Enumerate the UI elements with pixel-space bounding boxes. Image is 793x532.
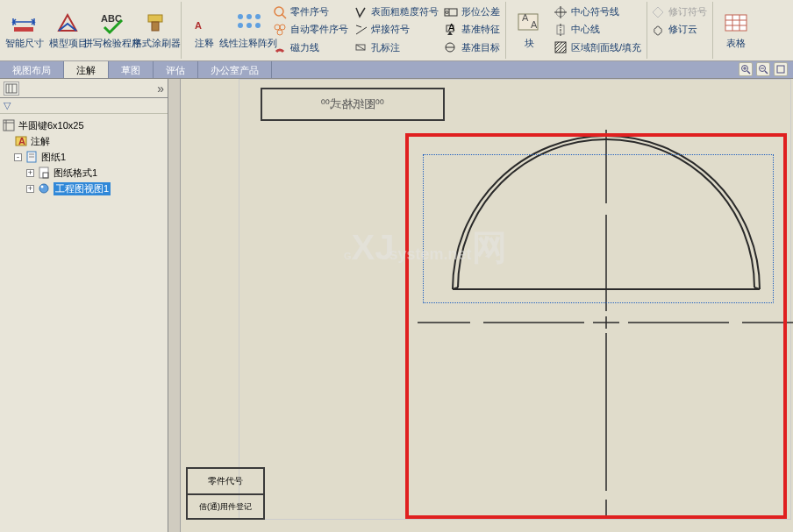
ribbon-group-rev: 修订符号 修订云 — bbox=[649, 2, 713, 59]
tree-collapse-icon[interactable]: » bbox=[157, 82, 164, 96]
zoom-out-icon[interactable] bbox=[756, 62, 770, 76]
ribbon-minicol-4: 中心符号线 中心线 区域剖面线/填充 bbox=[552, 2, 643, 56]
format-painter-button[interactable]: 格式涂刷器 bbox=[135, 2, 177, 56]
magnetic-line-icon bbox=[273, 40, 287, 54]
ribbon-group-block: AA 块 中心符号线 中心线 区域剖面线/填充 bbox=[508, 2, 647, 59]
main-area: » ▽ 半圆键6x10x25 A 注解 - 图纸1 + 图纸格式1 bbox=[0, 79, 793, 532]
ribbon-minicol-5: 修订符号 修订云 — bbox=[649, 2, 709, 56]
sheet-icon bbox=[25, 150, 39, 164]
tab-sketch[interactable]: 草图 bbox=[109, 61, 154, 78]
feature-tree-panel: » ▽ 半圆键6x10x25 A 注解 - 图纸1 + 图纸格式1 bbox=[0, 79, 168, 532]
magnetic-line-button[interactable]: 磁力线 bbox=[271, 39, 350, 56]
balloon-button[interactable]: 零件序号 bbox=[271, 4, 350, 20]
auto-balloon-button[interactable]: 自动零件序号 bbox=[271, 21, 350, 38]
geo-tol-button[interactable]: 形位公差 bbox=[442, 4, 502, 20]
tab-evaluate[interactable]: 评估 bbox=[154, 61, 198, 78]
svg-line-46 bbox=[765, 71, 768, 74]
tab-view-layout[interactable]: 视图布局 bbox=[0, 61, 64, 78]
drawing-view-icon bbox=[37, 181, 51, 195]
svg-point-5 bbox=[238, 14, 243, 19]
auto-balloon-icon bbox=[273, 23, 287, 37]
svg-point-9 bbox=[246, 23, 252, 28]
tree-node-drawing-view[interactable]: + 工程图视图1 bbox=[2, 181, 166, 196]
block-icon: AA bbox=[514, 10, 544, 36]
svg-point-8 bbox=[238, 23, 243, 28]
svg-rect-19 bbox=[445, 9, 457, 16]
ribbon-minicol-3: 形位公差 A基准特征 基准目标 bbox=[442, 2, 502, 56]
tree-config-icon[interactable] bbox=[4, 82, 19, 96]
revision-symbol-button: 修订符号 bbox=[649, 4, 709, 20]
spell-check-button[interactable]: ABC 拼写检验程序 bbox=[91, 2, 133, 56]
drawing-canvas[interactable]: ⁰⁰图纸格式⁰⁰ bbox=[168, 79, 793, 532]
svg-point-13 bbox=[275, 25, 280, 30]
svg-rect-3 bbox=[152, 22, 159, 31]
vertical-scrollbar[interactable] bbox=[168, 79, 181, 532]
tree-node-sheet-format[interactable]: + 图纸格式1 bbox=[2, 165, 166, 181]
svg-point-21 bbox=[446, 11, 448, 13]
expand-icon[interactable]: + bbox=[26, 185, 34, 193]
datum-target-button[interactable]: 基准目标 bbox=[442, 39, 502, 56]
center-mark-icon bbox=[554, 5, 568, 19]
smart-dimension-button[interactable]: 智能尺寸 bbox=[4, 2, 46, 56]
surface-finish-icon bbox=[354, 5, 368, 19]
svg-point-7 bbox=[255, 14, 261, 19]
svg-point-10 bbox=[255, 23, 261, 28]
tree-filter-row[interactable]: ▽ bbox=[0, 98, 168, 114]
command-tabs: 视图布局 注解 草图 评估 办公室产品 bbox=[0, 61, 793, 79]
ribbon-group-annot: A 注释 线性注释阵列 零件序号 自动零件序号 磁力线 表面粗糙度符号 焊接符号… bbox=[183, 2, 506, 59]
area-hatch-button[interactable]: 区域剖面线/填充 bbox=[552, 39, 643, 56]
revision-cloud-button[interactable]: 修订云 bbox=[649, 21, 709, 38]
centerline-button[interactable]: 中心线 bbox=[552, 21, 643, 38]
hole-callout-button[interactable]: 孔标注 bbox=[352, 39, 440, 56]
tree-node-annotations[interactable]: A 注解 bbox=[2, 133, 166, 149]
datum-feature-button[interactable]: A基准特征 bbox=[442, 21, 502, 38]
block-button[interactable]: AA 块 bbox=[508, 2, 550, 56]
ribbon-group-dim: 智能尺寸 模型项目 ABC 拼写检验程序 格式涂刷器 bbox=[4, 2, 182, 59]
linear-pattern-icon bbox=[233, 10, 263, 36]
tab-office[interactable]: 办公室产品 bbox=[198, 61, 272, 78]
revision-symbol-icon bbox=[651, 5, 665, 19]
weld-symbol-button[interactable]: 焊接符号 bbox=[352, 21, 440, 38]
smart-dimension-icon bbox=[10, 10, 39, 36]
ribbon-group-table: 表格 bbox=[715, 2, 761, 59]
svg-rect-49 bbox=[6, 84, 17, 93]
svg-point-6 bbox=[246, 14, 252, 19]
tab-annotate[interactable]: 注解 bbox=[64, 61, 109, 78]
svg-rect-52 bbox=[4, 120, 14, 131]
svg-line-12 bbox=[282, 14, 286, 18]
ribbon-minicol-2: 表面粗糙度符号 焊接符号 孔标注 bbox=[352, 2, 440, 56]
linear-pattern-button[interactable]: 线性注释阵列 bbox=[227, 2, 269, 56]
tree-root[interactable]: 半圆键6x10x25 bbox=[2, 117, 166, 133]
svg-point-62 bbox=[39, 184, 48, 193]
zoom-in-icon[interactable] bbox=[739, 62, 753, 76]
svg-line-18 bbox=[356, 45, 365, 50]
surface-finish-button[interactable]: 表面粗糙度符号 bbox=[352, 4, 440, 20]
expand-icon[interactable]: + bbox=[26, 169, 34, 177]
geo-tol-icon bbox=[444, 5, 458, 19]
hole-callout-icon bbox=[354, 40, 368, 54]
svg-text:A: A bbox=[195, 20, 202, 31]
svg-text:A: A bbox=[448, 22, 455, 32]
annotation-folder-icon: A bbox=[14, 134, 28, 148]
collapse-icon[interactable]: - bbox=[14, 153, 22, 161]
svg-line-16 bbox=[356, 27, 367, 34]
weld-symbol-icon bbox=[354, 23, 368, 37]
svg-point-63 bbox=[41, 186, 44, 188]
tree-node-sheet[interactable]: - 图纸1 bbox=[2, 149, 166, 165]
format-painter-icon bbox=[141, 10, 171, 36]
svg-text:A: A bbox=[522, 12, 529, 23]
ribbon: 智能尺寸 模型项目 ABC 拼写检验程序 格式涂刷器 A 注释 bbox=[0, 0, 793, 61]
tab-tools bbox=[739, 62, 788, 76]
svg-text:A: A bbox=[531, 19, 538, 30]
svg-text:A: A bbox=[18, 136, 25, 146]
datum-feature-icon: A bbox=[444, 23, 458, 37]
tables-button[interactable]: 表格 bbox=[715, 2, 757, 56]
svg-rect-48 bbox=[777, 66, 784, 73]
svg-rect-36 bbox=[725, 15, 747, 31]
centerline-icon bbox=[554, 23, 568, 37]
view-settings-icon[interactable] bbox=[774, 62, 788, 76]
spell-check-icon: ABC bbox=[97, 10, 127, 36]
center-mark-button[interactable]: 中心符号线 bbox=[552, 4, 643, 20]
ribbon-minicol-1: 零件序号 自动零件序号 磁力线 bbox=[271, 2, 350, 56]
note-icon: A bbox=[189, 10, 219, 36]
